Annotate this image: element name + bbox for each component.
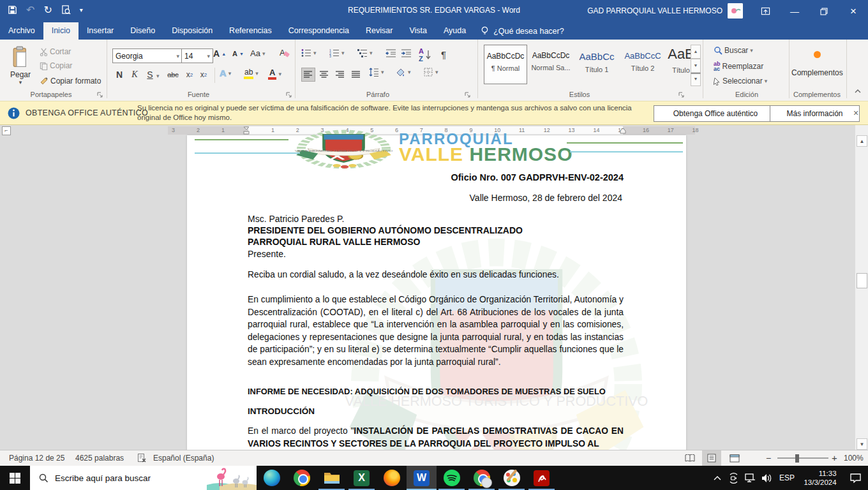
- underline-dropdown-icon[interactable]: ▾: [156, 73, 160, 79]
- tab-stop-selector[interactable]: ⌐: [2, 126, 11, 135]
- paragraph-dialog-launcher[interactable]: [465, 92, 471, 98]
- shading-button[interactable]: ▾: [396, 68, 411, 77]
- paint-palette-icon[interactable]: [497, 466, 527, 490]
- page-indicator[interactable]: Página 12 de 25: [9, 454, 64, 463]
- zoom-in-button[interactable]: +: [832, 452, 837, 463]
- start-button[interactable]: [0, 466, 30, 490]
- superscript-button[interactable]: x2: [197, 68, 211, 82]
- bold-button[interactable]: N: [112, 68, 126, 82]
- paste-button[interactable]: Pegar ▾: [6, 46, 34, 85]
- language-tray-indicator[interactable]: ESP: [776, 466, 798, 490]
- font-size-combobox[interactable]: 14▾: [181, 48, 213, 63]
- tab-referencias[interactable]: Referencias: [221, 22, 280, 40]
- align-right-button[interactable]: [333, 68, 347, 82]
- strikethrough-button[interactable]: abc: [165, 68, 181, 82]
- replace-button[interactable]: abac Reemplazar: [714, 61, 763, 71]
- word-icon[interactable]: W: [407, 466, 437, 490]
- read-mode-button[interactable]: [680, 450, 700, 466]
- zoom-out-button[interactable]: −: [766, 453, 771, 463]
- dismiss-warning-icon[interactable]: ×: [853, 108, 858, 118]
- volume-icon[interactable]: [758, 466, 776, 490]
- scrollbar-thumb[interactable]: [857, 273, 867, 288]
- shrink-font-button[interactable]: A▼: [232, 50, 244, 57]
- underline-button[interactable]: S: [143, 68, 157, 82]
- line-spacing-button[interactable]: ▾: [369, 68, 384, 77]
- tab-revisar[interactable]: Revisar: [357, 22, 401, 40]
- increase-indent-button[interactable]: [401, 48, 412, 57]
- scroll-down-button[interactable]: ▼: [857, 438, 867, 450]
- tab-inicio[interactable]: Inicio: [43, 22, 79, 40]
- clear-formatting-icon[interactable]: A: [278, 47, 290, 59]
- network-icon[interactable]: [742, 466, 758, 490]
- text-effects-button[interactable]: A▾: [220, 68, 231, 78]
- font-dialog-launcher[interactable]: [286, 92, 292, 98]
- justify-button[interactable]: [349, 68, 363, 82]
- grow-font-button[interactable]: A▲: [213, 48, 226, 59]
- action-center-icon[interactable]: [842, 466, 868, 490]
- bullets-button[interactable]: ▾: [301, 48, 317, 57]
- web-layout-button[interactable]: [725, 450, 744, 466]
- zoom-level[interactable]: 100%: [844, 454, 864, 463]
- language-indicator[interactable]: Español (España): [153, 454, 214, 463]
- highlight-color-button[interactable]: ab▾: [244, 68, 258, 79]
- style-heading2[interactable]: AaBbCcC Título 2: [622, 45, 664, 83]
- zoom-slider-track[interactable]: [777, 457, 828, 459]
- get-genuine-office-button[interactable]: Obtenga Office auténtico: [654, 105, 777, 122]
- collapse-ribbon-icon[interactable]: [854, 88, 862, 94]
- excel-icon[interactable]: X: [347, 466, 377, 490]
- edge-icon[interactable]: [257, 466, 287, 490]
- align-center-button[interactable]: [317, 68, 331, 82]
- format-painter-button[interactable]: Copiar formato: [40, 77, 101, 85]
- file-explorer-icon[interactable]: [317, 466, 347, 490]
- ribbon-display-options-icon[interactable]: [751, 0, 780, 22]
- tab-correspondencia[interactable]: Correspondencia: [280, 22, 357, 40]
- addins-button[interactable]: Complementos: [791, 45, 842, 77]
- subscript-button[interactable]: x2: [183, 68, 197, 82]
- account-avatar[interactable]: [728, 3, 743, 19]
- zoom-slider-thumb[interactable]: [795, 454, 799, 463]
- style-no-spacing[interactable]: AaBbCcDc Normal Sa...: [530, 45, 572, 83]
- indent-marker-left[interactable]: [243, 126, 250, 135]
- change-case-button[interactable]: Aa▾: [250, 48, 265, 58]
- tray-expand-icon[interactable]: [710, 466, 725, 490]
- print-layout-button[interactable]: [702, 450, 721, 466]
- tab-ayuda[interactable]: Ayuda: [435, 22, 474, 40]
- find-button[interactable]: Buscar▾: [714, 46, 753, 55]
- style-heading1[interactable]: AaBbCc Título 1: [576, 45, 618, 83]
- tab-disposicion[interactable]: Disposición: [163, 22, 221, 40]
- tab-diseno[interactable]: Diseño: [122, 22, 163, 40]
- borders-button[interactable]: ▾: [424, 68, 438, 77]
- word-count[interactable]: 4625 palabras: [75, 454, 124, 463]
- sort-button[interactable]: AZ: [419, 47, 431, 63]
- proofing-status-icon[interactable]: [137, 453, 147, 463]
- document-page[interactable]: PARROQUIAL VALLE HERMOSO Oficio Nro. 007…: [187, 135, 686, 450]
- style-normal[interactable]: AaBbCcDc ¶ Normal: [484, 45, 527, 84]
- styles-scroll-down-button[interactable]: ▼: [691, 59, 701, 73]
- show-paragraph-marks-button[interactable]: ¶: [437, 47, 451, 61]
- chrome-profile-icon[interactable]: [467, 466, 497, 490]
- indent-marker-right[interactable]: [620, 128, 626, 134]
- numbering-button[interactable]: 123 ▾: [329, 48, 345, 57]
- vertical-scrollbar[interactable]: ▲ ▼: [855, 125, 868, 450]
- styles-scroll-up-button[interactable]: ▲: [691, 45, 701, 59]
- scroll-up-button[interactable]: ▲: [857, 135, 867, 147]
- multilevel-list-button[interactable]: ▾: [357, 48, 373, 57]
- font-family-combobox[interactable]: Georgia▾: [112, 48, 183, 63]
- account-name[interactable]: GAD PARROQUIAL VALLE HERMOSO: [587, 6, 722, 15]
- tab-insertar[interactable]: Insertar: [79, 22, 122, 40]
- styles-dialog-launcher[interactable]: [678, 92, 685, 98]
- tell-me-box[interactable]: ¿Qué desea hacer?: [474, 22, 571, 40]
- acrobat-icon[interactable]: [527, 466, 557, 490]
- copy-button[interactable]: Copiar: [40, 61, 72, 70]
- chrome-icon[interactable]: [287, 466, 317, 490]
- tab-archivo[interactable]: Archivo: [0, 22, 43, 40]
- styles-gallery-more-button[interactable]: ▼: [691, 73, 701, 86]
- spotify-icon[interactable]: [437, 466, 467, 490]
- minimize-button[interactable]: —: [780, 0, 809, 22]
- firefox-icon[interactable]: [377, 466, 407, 490]
- meet-now-icon[interactable]: [725, 466, 742, 490]
- more-info-button[interactable]: Más información: [770, 105, 860, 122]
- clipboard-dialog-launcher[interactable]: [97, 92, 103, 98]
- align-left-button[interactable]: [301, 68, 315, 82]
- close-button[interactable]: ×: [839, 0, 868, 22]
